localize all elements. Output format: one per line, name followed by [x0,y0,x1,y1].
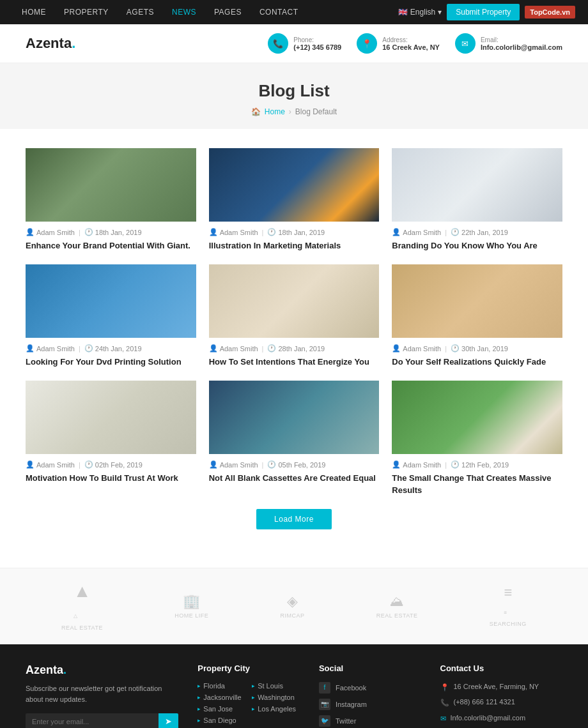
blog-author: 👤 Adam Smith [209,460,258,469]
meta-separator: | [79,229,81,236]
breadcrumb: 🏠 Home › Blog Default [13,107,575,116]
main-nav: HOME PROPERTY AGETS NEWS PAGES CONTACT 🇬… [0,0,588,24]
blog-image[interactable] [392,264,562,338]
calendar-icon: 🕐 [267,460,276,469]
calendar-icon: 🕐 [267,344,276,353]
meta-separator: | [79,461,81,469]
home-icon: 🏠 [251,107,261,116]
homelife-icon: 🏢 [183,593,200,610]
blog-image[interactable] [209,148,380,222]
blog-date: 🕐 18th Jan, 2019 [267,228,325,236]
nav-home[interactable]: HOME [13,0,55,24]
blog-title[interactable]: Illustration In Marketing Materials [209,240,380,252]
footer-city-link[interactable]: San Diego [197,717,245,724]
address-text: Address: 16 Creek Ave, NY [382,36,440,51]
topcode-logo: TopCode.vn [525,6,575,19]
footer-property-title: Property City [197,664,300,673]
footer-phone-icon: 📞 [440,698,449,708]
load-more-button[interactable]: Load More [256,509,332,529]
blog-title[interactable]: Motivation How To Build Trust At Work [26,473,196,484]
footer-city-link[interactable]: Florida [197,682,245,690]
language-selector[interactable]: 🇬🇧 English ▾ [398,8,442,17]
flag-icon: 🇬🇧 [398,8,408,17]
blog-card: 👤 Adam Smith | 🕐 24th Jan, 2019 Looking … [26,264,196,368]
blog-title[interactable]: Branding Do You Know Who You Are [392,240,562,252]
social-icon: f [319,682,330,694]
footer-social-title: Social [319,664,421,673]
footer-city-link[interactable]: Washington [252,694,300,701]
footer-description: Subscribe our newsletter got get notific… [26,683,178,706]
blog-image[interactable] [209,381,380,454]
footer-city-link[interactable]: St Louis [252,682,300,690]
social-icon: 📷 [319,699,330,710]
phone-icon: 📞 [268,33,288,54]
calendar-icon: 🕐 [451,460,460,469]
blog-title[interactable]: Enhance Your Brand Potential With Giant. [26,240,196,252]
blog-image[interactable] [26,381,196,454]
blog-image[interactable] [209,264,380,338]
blog-title[interactable]: Looking For Your Dvd Printing Solution [26,356,196,368]
user-icon: 👤 [209,460,218,469]
social-link[interactable]: 🐦Twitter [319,715,421,727]
realestate-icon-2: ⛰ [390,593,404,610]
social-link[interactable]: fFacebook [319,682,421,694]
blog-image[interactable] [392,148,562,222]
brand-rimcap: ◈ Rimcap [280,593,304,619]
submit-property-button[interactable]: Submit Property [447,4,520,20]
meta-separator: | [79,345,81,353]
breadcrumb-home[interactable]: Home [265,107,285,116]
blog-author: 👤 Adam Smith [209,228,258,236]
footer-city-link[interactable]: Los Angeles [252,705,300,713]
blog-title[interactable]: The Small Change That Creates Massive Re… [392,473,562,496]
blog-date: 🕐 12th Feb, 2019 [451,460,509,469]
nav-property[interactable]: PROPERTY [55,0,118,24]
nav-right: 🇬🇧 English ▾ Submit Property TopCode.vn [398,4,575,20]
user-icon: 👤 [209,228,218,236]
footer-email-input[interactable] [26,713,159,728]
phone-contact: 📞 Phone: (+12) 345 6789 [268,33,341,54]
meta-separator: | [262,461,264,469]
blog-author: 👤 Adam Smith [392,228,441,236]
nav-agets[interactable]: AGETS [118,0,163,24]
calendar-icon: 🕐 [84,460,93,469]
blog-title[interactable]: How To Set Intentions That Energize You [209,356,380,368]
user-icon: 👤 [392,228,401,236]
brands-section: ▲△ Real Estate 🏢 Home Life ◈ Rimcap ⛰ Re… [0,568,588,644]
footer-contact-title: Contact Us [440,664,563,673]
footer: Azenta. Subscribe our newsletter got get… [0,644,588,728]
footer-email-text: Info.colorlib@gmail.com [451,713,526,723]
footer-email-submit[interactable]: ➤ [159,713,178,728]
brand-name-2: Home Life [174,612,208,619]
blog-card: 👤 Adam Smith | 🕐 02th Feb, 2019 Motivati… [26,381,196,496]
footer-city-link[interactable]: San Jose [197,705,245,713]
blog-image[interactable] [26,264,196,338]
footer-contact-items: 📍 16 Creek Ave, Farming, NY 📞 (+88) 666 … [440,682,563,728]
nav-contact[interactable]: CONTACT [251,0,307,24]
blog-title[interactable]: Not All Blank Cassettes Are Created Equa… [209,473,380,484]
nav-pages[interactable]: PAGES [205,0,251,24]
email-label: Email: [481,36,562,43]
social-link[interactable]: 📷Instagram [319,699,421,710]
calendar-icon: 🕐 [84,344,93,353]
footer-social-col: Social fFacebook📷Instagram🐦TwitterGGoogl… [319,664,421,728]
social-icon: 🐦 [319,715,330,727]
blog-title[interactable]: Do Your Self Realizations Quickly Fade [392,356,562,368]
blog-image[interactable] [26,148,196,222]
nav-news[interactable]: NEWS [163,0,205,24]
blog-image[interactable] [392,381,562,454]
user-icon: 👤 [26,228,35,236]
blog-date: 🕐 28th Jan, 2019 [267,344,325,353]
breadcrumb-current: Blog Default [295,107,337,116]
email-value: Info.colorlib@gmail.com [481,43,562,51]
chevron-down-icon: ▾ [438,8,442,17]
blog-author: 👤 Adam Smith [26,344,75,353]
blog-meta: 👤 Adam Smith | 🕐 12th Feb, 2019 [392,460,562,469]
meta-separator: | [445,229,447,236]
site-logo[interactable]: Azenta. [26,35,75,52]
blog-card: 👤 Adam Smith | 🕐 18th Jan, 2019 Illustra… [209,148,380,252]
footer-city-link[interactable]: Jacksonville [197,694,245,701]
blog-card: 👤 Adam Smith | 🕐 12th Feb, 2019 The Smal… [392,381,562,496]
blog-meta: 👤 Adam Smith | 🕐 18th Jan, 2019 [209,228,380,236]
email-contact: ✉ Email: Info.colorlib@gmail.com [455,33,562,54]
brand-realestate-1: ▲△ Real Estate [61,581,103,631]
